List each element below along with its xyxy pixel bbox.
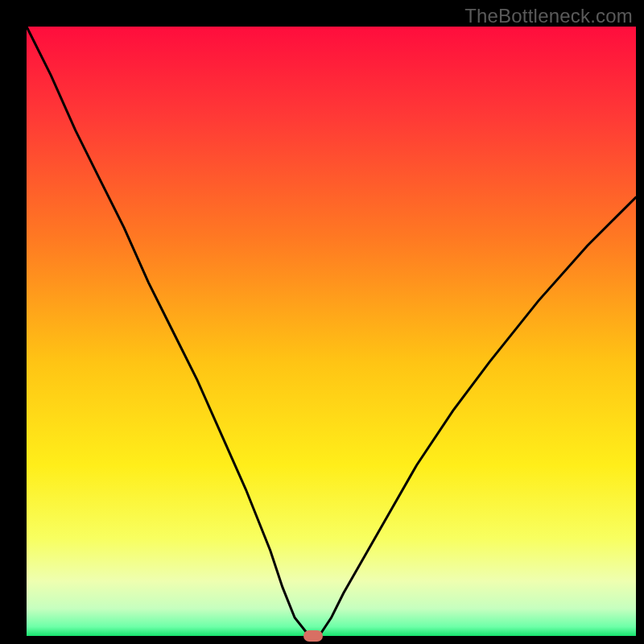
chart-frame: TheBottleneck.com [0, 0, 644, 644]
watermark-text: TheBottleneck.com [464, 5, 633, 27]
bottleneck-chart [0, 0, 644, 644]
plot-background [27, 27, 636, 636]
optimal-point-marker [303, 630, 323, 642]
